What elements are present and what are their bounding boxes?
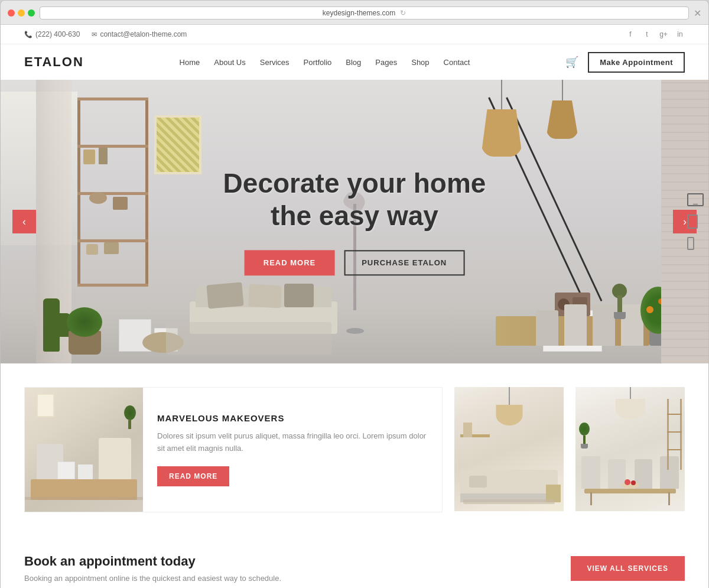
booking-subtitle: Booking an appointment online is the qui… bbox=[24, 574, 281, 583]
facebook-icon[interactable]: f bbox=[626, 30, 635, 39]
ic2-ladder bbox=[667, 399, 682, 470]
shelf-pot bbox=[113, 197, 128, 210]
refresh-icon[interactable]: ↻ bbox=[400, 9, 406, 17]
shelf-item-2 bbox=[104, 242, 119, 254]
card-rug bbox=[25, 497, 143, 500]
lamp-base bbox=[346, 328, 364, 334]
twitter-icon[interactable]: t bbox=[642, 30, 652, 39]
browser-close-btn[interactable]: ✕ bbox=[694, 8, 701, 19]
view-all-services-button[interactable]: VIEW ALL SERVICES bbox=[571, 556, 685, 581]
make-appointment-button[interactable]: Make Appointment bbox=[588, 52, 685, 73]
pillow-1 bbox=[206, 282, 243, 308]
ic2-leg-1 bbox=[590, 492, 592, 505]
url-text: keydesign-themes.com bbox=[323, 9, 395, 17]
ceiling-lamps bbox=[481, 80, 578, 157]
nav-about[interactable]: About Us bbox=[214, 58, 245, 67]
orange-1 bbox=[646, 306, 653, 313]
booking-text: Book an appointment today Booking an app… bbox=[24, 554, 281, 583]
image-card-1[interactable] bbox=[454, 387, 564, 511]
ic1-rug bbox=[463, 499, 555, 504]
chevron-right-icon: › bbox=[683, 216, 687, 228]
shelf-board-bottom bbox=[77, 284, 148, 287]
card-plant bbox=[122, 405, 137, 429]
nav-contact[interactable]: Contact bbox=[444, 58, 470, 67]
top-bar-left: 📞 (222) 400-630 ✉ contact@etalon-theme.c… bbox=[24, 30, 187, 38]
browser-toolbar: keydesign-themes.com ↻ ✕ bbox=[1, 7, 708, 24]
ic2-plant-leaves bbox=[579, 423, 590, 436]
ic2-plant-stem bbox=[583, 436, 586, 444]
shelf-decor-2 bbox=[99, 148, 108, 164]
card-text: Dolores sit ipsum velit purus aliquet, m… bbox=[157, 430, 428, 455]
address-bar[interactable]: keydesign-themes.com ↻ bbox=[40, 7, 689, 20]
card-title: MARVELOUS MAKEOVERS bbox=[157, 413, 428, 423]
ceiling-lamp-2 bbox=[546, 80, 578, 157]
main-feature-card: MARVELOUS MAKEOVERS Dolores sit ipsum ve… bbox=[24, 387, 443, 512]
table-plant-stem bbox=[617, 295, 622, 313]
shelf-plant bbox=[89, 192, 107, 204]
dining-chair-3 bbox=[564, 304, 587, 346]
ladder-rung-1 bbox=[667, 414, 682, 415]
navbar: ETALON Home About Us Services Portfolio … bbox=[1, 44, 708, 80]
ic1-pillow bbox=[469, 476, 487, 488]
nav-blog[interactable]: Blog bbox=[346, 58, 361, 67]
tablet-icon[interactable] bbox=[687, 215, 698, 229]
nav-services[interactable]: Services bbox=[260, 58, 290, 67]
minimize-dot[interactable] bbox=[18, 9, 25, 17]
dining-chair-4 bbox=[536, 310, 558, 346]
lamp-shade-2 bbox=[546, 100, 578, 139]
email-address: contact@etalon-theme.com bbox=[100, 30, 187, 38]
shelf-unit bbox=[77, 98, 148, 287]
nav-home[interactable]: Home bbox=[180, 58, 200, 67]
slider-prev-button[interactable]: ‹ bbox=[12, 210, 36, 233]
desktop-stand bbox=[693, 204, 698, 204]
lamp-cord-2 bbox=[562, 80, 563, 100]
card-plant-leaves bbox=[124, 405, 136, 420]
ic1-lamp bbox=[496, 405, 522, 425]
lamp-shade-1 bbox=[481, 109, 522, 157]
card-chair bbox=[99, 438, 131, 479]
desktop-icon[interactable] bbox=[687, 193, 704, 206]
googleplus-icon[interactable]: g+ bbox=[659, 30, 668, 39]
ic1-shelf-item bbox=[463, 423, 472, 437]
ladder-rung-2 bbox=[667, 431, 682, 433]
nav-shop[interactable]: Shop bbox=[411, 58, 429, 67]
card-left-image bbox=[25, 388, 143, 512]
image-card-1-img bbox=[454, 387, 564, 511]
linkedin-icon[interactable]: in bbox=[675, 30, 685, 39]
card-img-interior bbox=[25, 388, 143, 512]
close-dot[interactable] bbox=[8, 9, 15, 17]
read-more-button[interactable]: READ More bbox=[157, 466, 229, 486]
ic2-fruit-2 bbox=[631, 480, 636, 485]
card-picture bbox=[37, 394, 54, 417]
table-plant bbox=[608, 284, 632, 319]
ic2-chair-1 bbox=[581, 456, 600, 489]
email-icon: ✉ bbox=[92, 31, 97, 38]
maximize-dot[interactable] bbox=[28, 9, 35, 17]
hero-purchase-button[interactable]: PURCHASE ETALON bbox=[344, 251, 464, 276]
phone-icon: 📞 bbox=[24, 31, 32, 38]
cactus bbox=[43, 298, 60, 352]
pillow-2 bbox=[248, 284, 282, 308]
nav-pages[interactable]: Pages bbox=[375, 58, 397, 67]
ic2-plant-pot bbox=[581, 444, 588, 449]
image-card-2[interactable] bbox=[575, 387, 685, 511]
phone-number: (222) 400-630 bbox=[35, 30, 80, 38]
hero-read-more-button[interactable]: READ MORE bbox=[245, 251, 334, 276]
card-plant-stem bbox=[128, 420, 131, 429]
booking-title: Book an appointment today bbox=[24, 554, 281, 569]
nav-portfolio[interactable]: Portfolio bbox=[304, 58, 332, 67]
device-icons bbox=[687, 193, 704, 250]
ladder-rung-3 bbox=[667, 449, 682, 450]
shelf-board-top bbox=[77, 98, 148, 100]
ic2-leg-2 bbox=[668, 492, 670, 505]
lamp-cord-1 bbox=[501, 80, 502, 109]
browser-window: keydesign-themes.com ↻ ✕ 📞 (222) 400-630… bbox=[0, 0, 709, 588]
ic2-plant bbox=[578, 423, 590, 446]
table-plant-pot bbox=[614, 312, 626, 319]
cart-icon[interactable]: 🛒 bbox=[565, 56, 578, 69]
ladder-side-2 bbox=[680, 399, 682, 470]
site-logo[interactable]: ETALON bbox=[24, 54, 84, 70]
shelf-decor-1 bbox=[83, 150, 95, 164]
mobile-icon[interactable] bbox=[687, 237, 694, 250]
hero-content: Decorate your home the easy way READ MOR… bbox=[223, 167, 486, 275]
